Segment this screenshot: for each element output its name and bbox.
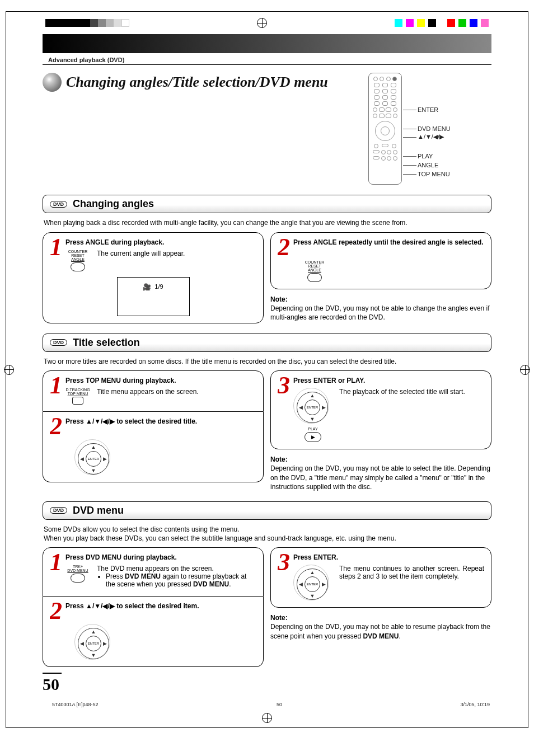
step-box-dvdmenu-2: 2 Press ▲/▼/◀/▶ to select the desired it… <box>43 597 264 667</box>
page-outer-frame: Advanced playback (DVD) Changing angles/… <box>6 11 528 728</box>
chapter-bullet-icon <box>43 73 62 92</box>
step-body: Title menu appears on the screen. <box>97 388 256 396</box>
header-gradient <box>43 34 491 53</box>
angle-button-icon <box>71 262 85 271</box>
step-title: Press ENTER. <box>278 553 484 561</box>
remote-label-top-menu: TOP MENU <box>418 171 451 177</box>
note-block: Note: Depending on the DVD, you may not … <box>270 455 491 491</box>
osd-display: 🎥 1/9 <box>117 277 190 316</box>
footer-left: 5T40301A [E]p48-52 <box>52 702 99 707</box>
printer-marks-top <box>6 12 528 34</box>
step-title: Press ENTER or PLAY. <box>278 377 484 384</box>
button-label-line1: TRK+ <box>65 565 90 569</box>
step-title: Press ANGLE during playback. <box>50 238 256 246</box>
button-label-line1: D.TRACKING <box>65 388 90 392</box>
step-title: Press ▲/▼/◀/▶ to select the desired titl… <box>50 417 256 425</box>
section-heading-title-selection: DVD Title selection <box>43 334 491 352</box>
section-intro: Some DVDs allow you to select the disc c… <box>44 525 490 543</box>
step-number: 1 <box>50 553 62 572</box>
dpad-icon: ENTER ▲▼◀▶ <box>74 439 110 475</box>
angle-button-icon <box>307 273 322 282</box>
play-button-icon: ▶ <box>305 432 321 442</box>
step-number: 2 <box>50 417 62 436</box>
breadcrumb: Advanced playback (DVD) <box>43 54 491 65</box>
note-block: Note: Depending on the DVD, you may not … <box>270 295 491 322</box>
step-box-title-1: 1 Press TOP MENU during playback. D.TRAC… <box>43 370 264 412</box>
footer-right: 3/1/05, 10:19 <box>460 702 490 707</box>
step-number: 1 <box>50 377 62 395</box>
dvd-badge-icon: DVD <box>50 201 67 208</box>
remote-label-dvd-menu: DVD MENU <box>418 125 451 132</box>
step-box-title-3: 3 Press ENTER or PLAY. ENTER ▲▼◀▶ <box>270 370 491 449</box>
section-heading-changing-angles: DVD Changing angles <box>43 195 491 213</box>
dvd-badge-icon: DVD <box>50 507 67 514</box>
section-heading-dvd-menu: DVD DVD menu <box>43 501 491 520</box>
step-box-dvdmenu-1: 1 Press DVD MENU during playback. TRK+ D… <box>43 547 264 597</box>
step-box-dvdmenu-3: 3 Press ENTER. ENTER ▲▼◀▶ <box>270 547 491 608</box>
page-number: 50 <box>43 673 62 694</box>
step-number: 2 <box>50 602 62 621</box>
step-title: Press ▲/▼/◀/▶ to select the desired item… <box>50 602 256 610</box>
step-box-angles-2: 2 Press ANGLE repeatedly until the desir… <box>270 232 491 289</box>
footer-center: 50 <box>277 702 282 707</box>
step-body: The current angle will appear. <box>97 250 256 257</box>
page-title: Changing angles/Title selection/DVD menu <box>66 74 328 91</box>
step-body: The menu continues to another screen. Re… <box>339 565 484 580</box>
button-label-line1: COUNTER RESET <box>65 250 90 257</box>
remote-label-play: PLAY <box>418 153 451 159</box>
button-label-line2: ANGLE <box>302 268 327 272</box>
registration-mark-icon <box>4 365 14 375</box>
step-title: Press ANGLE repeatedly until the desired… <box>278 238 484 246</box>
registration-mark-icon <box>262 713 272 723</box>
dpad-icon: ENTER ▲▼◀▶ <box>293 565 329 600</box>
footer-info: 5T40301A [E]p48-52 50 3/1/05, 10:19 <box>6 699 528 711</box>
button-label-line1: COUNTER RESET <box>302 260 327 268</box>
step-box-title-2: 2 Press ▲/▼/◀/▶ to select the desired ti… <box>43 412 264 482</box>
section-title: Changing angles <box>73 198 154 210</box>
step-number: 1 <box>50 238 62 257</box>
remote-label-angle: ANGLE <box>418 162 451 168</box>
section-intro: When playing back a disc recorded with m… <box>44 219 490 228</box>
step-number: 2 <box>278 238 290 257</box>
camera-icon: 🎥 <box>143 283 151 291</box>
top-menu-button-icon <box>72 397 83 405</box>
section-intro: Two or more titles are recorded on some … <box>44 358 490 367</box>
step-number: 3 <box>278 553 290 572</box>
section-title: Title selection <box>73 337 140 349</box>
dvd-menu-button-icon <box>71 574 85 583</box>
note-block: Note: Depending on the DVD, you may not … <box>270 613 491 641</box>
osd-value: 1/9 <box>154 283 163 290</box>
dpad-icon: ENTER ▲▼◀▶ <box>74 624 110 660</box>
remote-label-enter: ENTER <box>418 106 451 113</box>
dpad-icon: ENTER ▲▼◀▶ <box>293 388 329 424</box>
dvd-badge-icon: DVD <box>50 339 67 346</box>
step-body: The DVD menu appears on the screen. Pres… <box>97 565 256 589</box>
button-label-line2: TOP MENU <box>65 392 90 396</box>
step-title: Press TOP MENU during playback. <box>50 377 256 384</box>
registration-mark-icon <box>520 365 530 375</box>
registration-mark-icon <box>257 18 267 28</box>
remote-label-arrows: ▲/▼/◀/▶ <box>418 133 451 140</box>
step-number: 3 <box>278 377 290 395</box>
button-label-line2: ANGLE <box>65 257 90 261</box>
button-label-line2: DVD MENU <box>65 569 90 572</box>
step-body: The playback of the selected title will … <box>339 388 484 396</box>
step-box-angles-1: 1 Press ANGLE during playback. COUNTER R… <box>43 232 264 323</box>
remote-control-diagram: ENTER DVD MENU ▲/▼/◀/▶ PLAY ANGLE TOP ME… <box>368 73 491 185</box>
step-title: Press DVD MENU during playback. <box>50 553 256 561</box>
section-title: DVD menu <box>73 505 124 516</box>
